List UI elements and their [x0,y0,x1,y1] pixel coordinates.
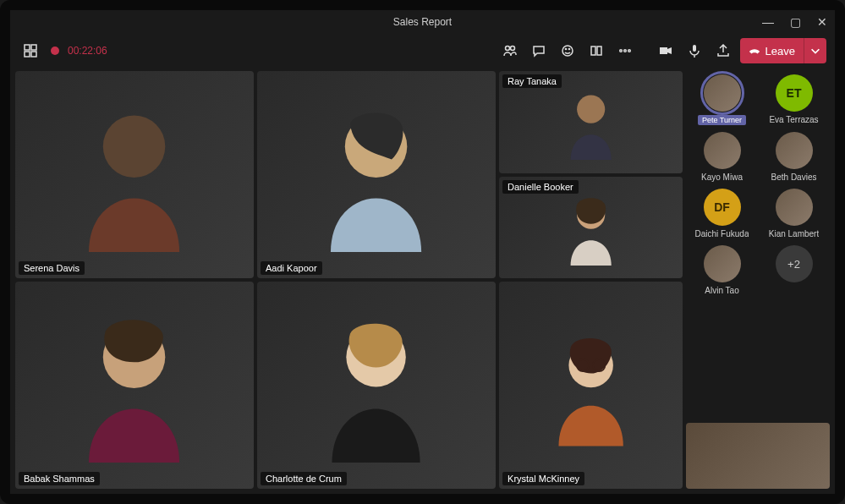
participants-grid: Pete Turner ET Eva Terrazas Kayo Miwa Be… [686,71,830,414]
more-actions-button[interactable] [613,39,637,63]
video-tile[interactable]: Charlotte de Crum [257,282,496,489]
participant-name: Daichi Fukuda [695,229,749,238]
leave-button[interactable]: Leave [740,38,826,63]
svg-rect-2 [25,52,30,57]
avatar [776,189,813,226]
chat-button[interactable] [527,39,551,63]
titlebar: Sales Report — ▢ ✕ [10,10,835,34]
layout-button[interactable] [19,39,42,63]
video-tile[interactable]: Babak Shammas [15,282,254,489]
mic-button[interactable] [683,39,706,63]
video-tile[interactable]: Aadi Kapoor [257,71,496,278]
self-video-tile[interactable] [686,423,830,489]
participant-item[interactable]: Alvin Tao [688,245,756,295]
video-name-tag: Serena Davis [19,261,85,275]
video-grid: Serena Davis Aadi Kapoor Ray Tanaka Dani… [15,71,683,489]
share-button[interactable] [711,39,735,63]
participant-item[interactable]: Kayo Miwa [688,132,756,182]
minimize-button[interactable]: — [760,15,776,29]
participant-video [15,71,254,278]
video-tile[interactable]: Ray Tanaka [499,71,683,173]
avatar [776,132,813,169]
meeting-content: Serena Davis Aadi Kapoor Ray Tanaka Dani… [10,68,835,494]
leave-label: Leave [765,45,795,58]
reactions-button[interactable] [556,39,579,63]
participant-video [499,282,683,489]
overflow-participants-button[interactable]: +2 [760,245,828,295]
participant-video [257,71,496,278]
video-name-tag: Ray Tanaka [502,74,562,88]
participant-item[interactable]: Beth Davies [760,132,828,182]
svg-point-4 [505,47,509,51]
people-button[interactable] [498,39,522,63]
participant-video [257,282,496,489]
avatar: ET [776,74,813,112]
svg-point-8 [568,48,569,49]
video-name-tag: Charlotte de Crum [261,472,347,485]
participant-item[interactable]: Pete Turner [688,74,756,125]
overflow-count: +2 [776,245,813,282]
avatar [704,132,741,169]
meeting-toolbar: 00:22:06 Leave [10,34,835,68]
video-name-tag: Babak Shammas [19,472,100,485]
camera-button[interactable] [654,39,678,63]
leave-dropdown-button[interactable] [804,38,826,63]
participant-name: Kayo Miwa [701,173,743,182]
svg-rect-10 [597,47,601,55]
hangup-icon [749,45,760,57]
participant-name: Alvin Tao [705,286,738,295]
avatar [704,245,741,282]
recording-timer: 00:22:06 [68,45,107,57]
svg-rect-3 [31,52,36,57]
svg-point-15 [103,115,166,178]
participant-item[interactable]: ET Eva Terrazas [760,74,828,125]
participant-name: Beth Davies [771,173,817,182]
video-name-tag: Danielle Booker [502,180,579,194]
svg-point-5 [510,47,514,51]
speaking-pill: Pete Turner [698,115,746,125]
svg-rect-1 [31,45,36,50]
participant-video [15,282,254,489]
svg-point-17 [577,96,605,123]
participant-name: Kian Lambert [769,229,819,238]
participants-panel: Pete Turner ET Eva Terrazas Kayo Miwa Be… [686,71,830,489]
video-name-tag: Krystal McKinney [502,472,584,485]
video-tile[interactable]: Danielle Booker [499,177,683,279]
participant-item[interactable]: Kian Lambert [760,189,828,238]
rooms-button[interactable] [584,39,608,63]
svg-rect-0 [25,45,30,50]
window-controls: — ▢ ✕ [760,10,830,34]
svg-point-7 [565,48,566,49]
close-button[interactable]: ✕ [815,15,830,29]
video-tile[interactable]: Krystal McKinney [499,282,683,489]
svg-point-11 [619,50,622,52]
participant-name: Eva Terrazas [769,115,818,124]
chevron-down-icon [809,45,821,57]
svg-point-6 [562,46,573,56]
maximize-button[interactable]: ▢ [787,15,803,29]
video-name-tag: Aadi Kapoor [261,261,322,275]
svg-rect-14 [693,45,696,52]
video-tile[interactable]: Serena Davis [15,71,254,278]
recording-icon [51,47,59,55]
window-title: Sales Report [393,16,452,28]
svg-rect-9 [591,47,595,55]
svg-point-13 [628,50,630,52]
svg-point-12 [623,50,626,52]
avatar: DF [704,189,741,226]
participant-item[interactable]: DF Daichi Fukuda [688,189,756,238]
avatar [704,74,741,112]
